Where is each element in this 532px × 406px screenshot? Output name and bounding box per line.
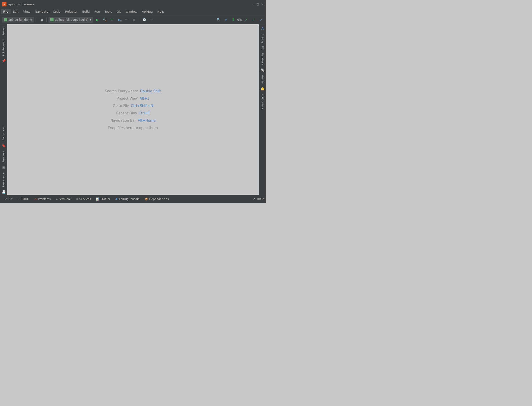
hint-goto-file: Go to File Ctrl+Shift+N — [113, 104, 153, 108]
hint-project-label: Project View — [117, 96, 138, 101]
project-icon — [4, 18, 7, 21]
toolbar-separator-2 — [46, 17, 47, 22]
close-button[interactable]: ✕ — [261, 2, 264, 6]
bottom-right: ⎇ main — [252, 197, 264, 201]
build-button[interactable]: 🔨 — [101, 16, 108, 23]
database-icon[interactable]: 🗄 — [260, 45, 265, 51]
git-check1-button[interactable]: ✓ — [243, 16, 249, 23]
menu-navigate[interactable]: Navigate — [33, 9, 51, 14]
gradle-icon[interactable]: 🐘 — [260, 67, 265, 73]
project-tab-label: apihug-full-demo — [8, 18, 32, 21]
branch-label: ⎇ — [252, 197, 255, 201]
sidebar-tab-pull-requests[interactable]: Pull Requests — [1, 38, 6, 57]
sidebar-icon-bookmark[interactable]: 🔖 — [1, 143, 7, 148]
add-bookmark-button[interactable]: + — [223, 16, 229, 23]
more-run-button[interactable]: ⋯ — [123, 16, 130, 23]
sidebar-tab-persistence[interactable]: Persistence — [1, 171, 6, 188]
apihugconsole-tab-label: ApiHugConsole — [118, 197, 139, 201]
hint-recent-files: Recent Files Ctrl+E — [116, 111, 150, 115]
sidebar-tab-bookmarks[interactable]: Bookmarks — [1, 125, 6, 142]
toolbar-separator-1 — [36, 17, 36, 22]
hint-project-shortcut: Alt+1 — [140, 96, 149, 101]
menu-tools[interactable]: Tools — [102, 9, 114, 14]
back-button[interactable]: ◀ — [38, 16, 44, 23]
revert-button[interactable]: ↩ — [148, 16, 155, 23]
git-tab-label: Git — [8, 197, 12, 201]
bottom-tab-services[interactable]: ⚙ Services — [73, 196, 93, 202]
bottom-tab-terminal[interactable]: ▶ Terminal — [53, 196, 73, 202]
hint-recent-label: Recent Files — [116, 111, 137, 115]
right-tab-database[interactable]: Database — [260, 52, 265, 67]
bottom-tab-problems[interactable]: ⚠ Problems — [32, 196, 53, 202]
menu-file[interactable]: File — [1, 9, 11, 14]
menu-view[interactable]: View — [21, 9, 33, 14]
hint-search-everywhere: Search Everywhere Double Shift — [105, 89, 161, 93]
problems-tab-label: Problems — [38, 197, 51, 201]
bottom-tab-dependencies[interactable]: 📦 Dependencies — [142, 196, 171, 202]
git-label: Git: — [237, 18, 242, 21]
terminal-tab-icon: ▶ — [56, 197, 58, 201]
build-config-selector[interactable]: apihug-full-demo [build] ▼ — [49, 17, 93, 23]
hint-recent-shortcut: Ctrl+E — [138, 111, 150, 115]
menu-apihug[interactable]: ApiHug — [140, 9, 155, 14]
bottom-tab-profiler[interactable]: 📊 Profiler — [94, 196, 113, 202]
menu-refactor[interactable]: Refactor — [63, 9, 80, 14]
hint-goto-shortcut: Ctrl+Shift+N — [131, 104, 153, 108]
menu-help[interactable]: Help — [155, 9, 167, 14]
menu-build[interactable]: Build — [80, 9, 92, 14]
sidebar-icon-persistence[interactable]: 💾 — [1, 189, 7, 195]
run-button[interactable]: ▶ — [94, 16, 100, 23]
hint-navigation-bar: Navigation Bar Alt+Home — [110, 118, 156, 123]
window-controls[interactable]: ─ □ ✕ — [251, 2, 264, 6]
stop-button[interactable]: ■ — [131, 16, 137, 23]
window-title: apihug-full-demo — [8, 2, 34, 6]
bottom-tab-todo[interactable]: ☰ TODO — [15, 196, 31, 202]
menu-window[interactable]: Window — [123, 9, 139, 14]
apihugconsole-tab-icon: A — [115, 197, 117, 201]
build-config-icon — [50, 18, 53, 21]
coverage-button[interactable]: 🛡 — [109, 16, 115, 23]
apihug-icon[interactable]: A — [260, 25, 265, 31]
right-sidebar: A ApiHug 🗄 Database 🐘 Gradle 🔔 Notificat… — [259, 24, 266, 195]
problems-tab-icon: ⚠ — [34, 197, 37, 201]
search-everywhere-button[interactable]: 🔍 — [215, 16, 222, 23]
history-button[interactable]: 🕐 — [141, 16, 147, 23]
menu-run[interactable]: Run — [92, 9, 102, 14]
main-layout: Project Pull Requests 📌 Bookmarks 🔖 Stru… — [0, 24, 266, 195]
right-tab-apihug[interactable]: ApiHug — [260, 32, 265, 44]
left-sidebar: Project Pull Requests 📌 Bookmarks 🔖 Stru… — [0, 24, 7, 195]
terminal-tab-label: Terminal — [59, 197, 71, 201]
dependencies-tab-label: Dependencies — [149, 197, 169, 201]
menu-code[interactable]: Code — [51, 9, 63, 14]
toolbar-navigation: ◀ — [38, 16, 44, 23]
right-tab-gradle[interactable]: Gradle — [260, 74, 265, 85]
sidebar-tab-project[interactable]: Project — [1, 25, 6, 37]
sidebar-icon-structure[interactable]: ⊞ — [1, 165, 6, 170]
dependencies-tab-icon: 📦 — [145, 197, 148, 201]
git-push-button[interactable]: ↗ — [258, 16, 264, 23]
sidebar-tab-structure[interactable]: Structure — [1, 149, 6, 164]
bottom-tab-git[interactable]: ⎇ Git — [2, 196, 15, 202]
todo-tab-icon: ☰ — [17, 197, 20, 201]
maximize-button[interactable]: □ — [256, 2, 260, 6]
menu-git[interactable]: Git — [114, 9, 123, 14]
branch-name: main — [257, 197, 264, 201]
bottom-bar: ⎇ Git ☰ TODO ⚠ Problems ▶ Terminal ⚙ Ser… — [0, 195, 266, 203]
git-check2-button[interactable]: ✓ — [250, 16, 257, 23]
profile-button[interactable]: ▶● — [116, 16, 123, 23]
bottom-tab-apihugconsole[interactable]: A ApiHugConsole — [113, 196, 142, 202]
drop-files-text: Drop files here to open them — [108, 126, 158, 130]
toolbar: apihug-full-demo ◀ apihug-full-demo [bui… — [0, 15, 266, 24]
hint-nav-label: Navigation Bar — [110, 118, 136, 123]
minimize-button[interactable]: ─ — [251, 2, 255, 6]
right-tab-notifications[interactable]: Notifications — [260, 92, 265, 111]
project-tab[interactable]: apihug-full-demo — [2, 17, 34, 22]
editor-area: Search Everywhere Double Shift Project V… — [7, 24, 259, 195]
notifications-icon[interactable]: 🔔 — [260, 86, 265, 91]
profiler-tab-icon: 📊 — [96, 197, 99, 201]
build-config-dropdown-icon: ▼ — [90, 19, 91, 21]
menu-edit[interactable]: Edit — [11, 9, 21, 14]
toolbar-left: apihug-full-demo — [2, 17, 34, 22]
update-button[interactable]: ⬆ — [230, 16, 236, 23]
sidebar-icon-pin[interactable]: 📌 — [1, 58, 7, 64]
